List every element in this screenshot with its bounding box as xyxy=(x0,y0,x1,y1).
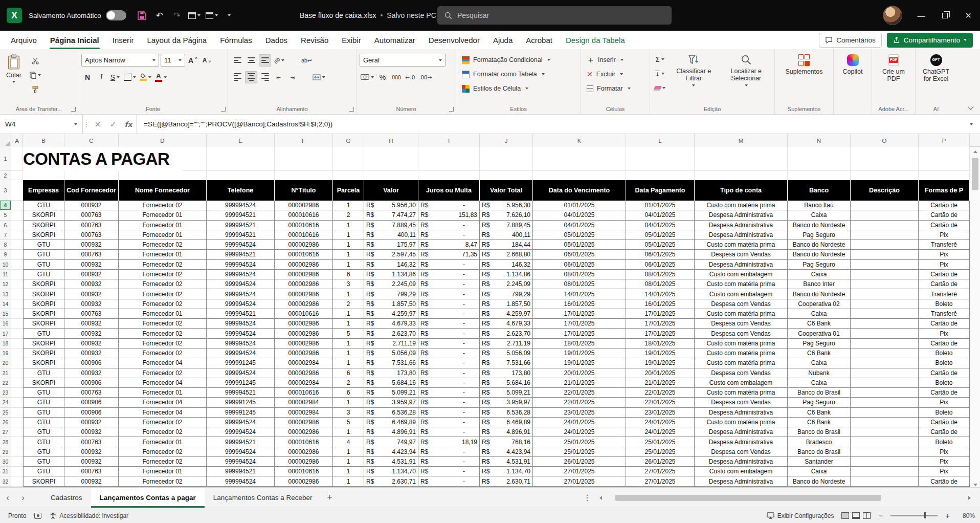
cell[interactable]: Pag Seguro xyxy=(788,230,851,240)
cell[interactable]: Cartão de xyxy=(919,221,970,230)
vertical-scrollbar[interactable] xyxy=(970,147,980,487)
cell[interactable]: R$6.469,89 xyxy=(364,418,418,427)
cell[interactable]: Fornecedor 02 xyxy=(119,240,207,250)
cell[interactable]: R$1.134,70 xyxy=(480,467,533,476)
cell[interactable]: Fornecedor 02 xyxy=(119,476,207,486)
cell[interactable]: 999994521 xyxy=(207,467,275,476)
column-header-K[interactable]: K xyxy=(533,134,626,147)
comments-button[interactable]: Comentários xyxy=(819,33,882,48)
cell[interactable] xyxy=(11,437,23,447)
column-header-C[interactable]: C xyxy=(64,134,119,147)
cell[interactable]: R$175,97 xyxy=(364,240,418,250)
cell[interactable]: R$4.531,91 xyxy=(480,457,533,467)
cell[interactable]: R$768,16 xyxy=(480,437,533,447)
cell[interactable]: R$1.857,50 xyxy=(364,299,418,309)
cell[interactable] xyxy=(11,368,23,378)
cell[interactable]: 16/01/2025 xyxy=(626,299,695,309)
cell[interactable]: GTU xyxy=(23,447,64,457)
column-header-B[interactable]: B xyxy=(23,134,64,147)
cell[interactable]: R$3.959,97 xyxy=(480,398,533,407)
cell[interactable]: Cartão de xyxy=(919,319,970,329)
table-header-valor[interactable]: Valor xyxy=(364,180,418,201)
cell[interactable]: 999994524 xyxy=(207,368,275,378)
cell[interactable] xyxy=(333,171,364,180)
cell[interactable]: 6 xyxy=(333,368,364,378)
cell[interactable]: SKORPI xyxy=(23,476,64,486)
share-button[interactable]: Compartilhamento xyxy=(887,33,973,48)
cell[interactable]: 000763 xyxy=(64,210,119,220)
cell[interactable]: 1 xyxy=(333,358,364,368)
cell[interactable]: Despesa com Vendas xyxy=(695,319,788,329)
dialog-launcher-icon[interactable] xyxy=(71,107,76,112)
sheet-nav-right-icon[interactable]: › xyxy=(15,488,31,508)
cell[interactable]: 19/01/2025 xyxy=(533,348,626,358)
create-pdf-button[interactable]: PDF Crie um PDF xyxy=(878,53,909,84)
cell[interactable]: R$- xyxy=(418,447,480,457)
cell[interactable]: Despesa Administrativa xyxy=(695,221,788,230)
cell[interactable]: Banco do Nordeste xyxy=(788,240,851,250)
cell[interactable] xyxy=(11,147,23,171)
cell[interactable]: GTU xyxy=(23,427,64,437)
cell[interactable]: 27/01/2025 xyxy=(626,476,695,486)
cell[interactable]: 1 xyxy=(333,260,364,270)
cell[interactable]: C6 Bank xyxy=(788,408,851,418)
cell[interactable]: Cartão de xyxy=(919,279,970,289)
cell[interactable]: GTU xyxy=(23,457,64,467)
cell[interactable]: R$- xyxy=(418,457,480,467)
addins-button[interactable]: Suplementos xyxy=(778,53,830,77)
row-header-16[interactable]: 16 xyxy=(0,319,11,329)
align-middle-button[interactable] xyxy=(245,54,257,67)
row-header-15[interactable]: 15 xyxy=(0,309,11,319)
cell[interactable] xyxy=(11,299,23,309)
cell[interactable] xyxy=(851,240,919,250)
cell[interactable]: 000932 xyxy=(64,240,119,250)
cell[interactable] xyxy=(11,240,23,250)
cell[interactable]: 000010616 xyxy=(275,467,333,476)
cell[interactable]: Despesa Administrativa xyxy=(695,210,788,220)
cell[interactable]: 22/01/2025 xyxy=(533,388,626,398)
cell[interactable] xyxy=(11,358,23,368)
cell[interactable]: 08/01/2025 xyxy=(626,279,695,289)
cell[interactable]: Caixa xyxy=(788,309,851,319)
cell[interactable]: Fornecedor 01 xyxy=(119,221,207,230)
cell[interactable] xyxy=(851,210,919,220)
cell[interactable]: 22/01/2025 xyxy=(626,398,695,407)
sheet-nav-left-icon[interactable]: ‹ xyxy=(0,488,15,508)
row-header-30[interactable]: 30 xyxy=(0,457,11,467)
cell[interactable] xyxy=(851,319,919,329)
row-header-4[interactable]: 4 xyxy=(0,201,11,210)
cell[interactable]: 1 xyxy=(333,457,364,467)
cell[interactable]: GTU xyxy=(23,201,64,210)
cell[interactable]: 000932 xyxy=(64,368,119,378)
cell[interactable]: 17/01/2025 xyxy=(533,309,626,319)
cell[interactable]: R$799,29 xyxy=(480,289,533,299)
quick-command-icon[interactable] xyxy=(186,7,203,24)
cell[interactable]: 000002986 xyxy=(275,457,333,467)
cell[interactable]: Fornecedor 02 xyxy=(119,299,207,309)
cell[interactable]: Nubank xyxy=(788,368,851,378)
cell[interactable]: 04/01/2025 xyxy=(626,210,695,220)
cell-styles-button[interactable]: Estilos de Célula xyxy=(459,81,577,96)
align-left-button[interactable] xyxy=(231,71,243,83)
cell[interactable]: R$400,11 xyxy=(480,230,533,240)
cell[interactable]: Custo com embalagem xyxy=(695,289,788,299)
zoom-slider-knob[interactable] xyxy=(924,512,926,518)
cell[interactable]: R$- xyxy=(418,408,480,418)
cell[interactable]: R$173,80 xyxy=(364,368,418,378)
cell[interactable]: Despesa Administrativa xyxy=(695,427,788,437)
cell[interactable]: Despesa Administrativa xyxy=(695,408,788,418)
cell[interactable]: R$1.857,50 xyxy=(480,299,533,309)
cell[interactable]: SKORPI xyxy=(23,210,64,220)
cell[interactable] xyxy=(11,270,23,279)
cell[interactable]: R$- xyxy=(418,299,480,309)
undo-icon[interactable]: ↶ xyxy=(151,7,168,24)
cell[interactable]: 000002984 xyxy=(275,358,333,368)
cell[interactable]: 000002984 xyxy=(275,378,333,388)
cell[interactable]: R$- xyxy=(418,358,480,368)
cell[interactable]: Boleto xyxy=(919,299,970,309)
display-settings-button[interactable]: Exibir Configurações xyxy=(767,512,834,519)
sort-filter-button[interactable]: Classificar e Filtrar xyxy=(669,53,719,95)
search-input[interactable]: Pesquisar xyxy=(437,6,672,25)
macro-record-button[interactable] xyxy=(34,513,41,519)
cell[interactable]: Pix xyxy=(919,457,970,467)
